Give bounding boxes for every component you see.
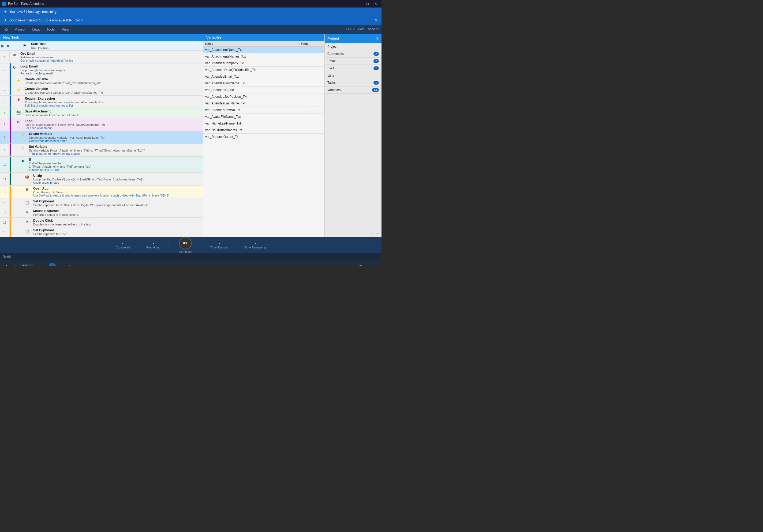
task-link-12[interactable]: Use XnView to resize & crop images and s… — [33, 194, 201, 197]
task-row-start[interactable]: ▶ ▶ Start Task Start the task. — [0, 41, 203, 50]
var-row-6[interactable]: var_AttendeeID_Txt — [203, 87, 324, 93]
var-name-10: var_AvatarFileName_Txt — [205, 115, 301, 119]
download-button[interactable]: ⬇ — [3, 264, 9, 266]
task-row-8[interactable]: 8 ⚡ Create Variable Create and overwrite… — [0, 131, 203, 144]
task-row-15[interactable]: 15 🖱 Double Click Double click the targe… — [0, 218, 203, 227]
var-row-12[interactable]: var_NoOfAttachments_Int 0 — [203, 127, 324, 133]
task-link-2[interactable]: For each matching email — [20, 72, 201, 75]
task-row-4[interactable]: 4 ⚡ Create Variable Create and overwrite… — [0, 86, 203, 96]
task-panel-header: New Task — [0, 34, 203, 41]
menu-tools[interactable]: Tools — [44, 26, 58, 33]
task-icon-4: ⚡ — [16, 88, 21, 92]
var-col-sort[interactable]: ↕ — [298, 42, 300, 45]
var-row-7[interactable]: var_AttendeeJobPosition_Txt — [203, 93, 324, 100]
var-row-10[interactable]: var_AvatarFileName_Txt — [203, 114, 324, 120]
chevron-up-button[interactable]: ⏶ — [369, 231, 375, 236]
task-icon-area-15: 🖱 — [11, 218, 32, 227]
banner-close-button[interactable]: ✕ — [375, 18, 378, 23]
task-row-7[interactable]: 7 ⟳ Loop Loop an exact number of times: … — [0, 118, 203, 131]
task-list[interactable]: ▶ ▶ Start Task Start the task. 1 — [0, 41, 203, 237]
task-link-10[interactable]: If attachment is ZIP file — [29, 168, 201, 171]
task-row-11[interactable]: 11 📦 Unzip Unzip the file: C:\Users\Luck… — [0, 173, 203, 186]
var-row-13[interactable]: var_RequestOutput_Txt — [203, 133, 324, 140]
minimize-button[interactable]: ─ — [356, 1, 363, 7]
task-row-12[interactable]: 12 🖥 Open App Open the app: XnView Use X… — [0, 186, 203, 198]
task-num-12: 12 — [0, 186, 10, 198]
task-row-2[interactable]: 2 ↻ Loop Email Loop through the email me… — [0, 63, 203, 76]
task-row-3[interactable]: 3 ⚡ Create Variable Create and overwrite… — [0, 76, 203, 86]
sidebar-item-credentials[interactable]: Credentials 2 — [325, 50, 382, 57]
var-row-8[interactable]: var_AttendeeLastName_Txt — [203, 100, 324, 107]
restore-button[interactable]: ☐ — [364, 1, 371, 7]
sidebar-item-project[interactable]: Project — [325, 43, 382, 50]
var-row-5[interactable]: var_AttendeeFirstName_Txt — [203, 80, 324, 87]
get-it-link[interactable]: Get it! — [74, 19, 83, 22]
variables-panel-header: Variables — [203, 34, 324, 41]
var-row-4[interactable]: var_AttendeeEmail_Txt — [203, 73, 324, 80]
task-link-11[interactable]: Unzip users' photos — [33, 181, 201, 184]
task-num-16: 16 — [0, 227, 10, 237]
account-link[interactable]: Account — [368, 27, 380, 31]
var-row-0[interactable]: var_AttachmentName_Txt — [203, 46, 324, 53]
var-row-2[interactable]: var_AttendeeCompany_Txt — [203, 60, 324, 67]
project-add-button[interactable]: + — [376, 35, 379, 42]
close-button[interactable]: ✕ — [372, 1, 380, 7]
menu-data[interactable]: Data — [29, 26, 43, 33]
sidebar-badge-email: 2 — [374, 59, 379, 63]
sidebar-item-excel[interactable]: Excel 1 — [325, 65, 382, 72]
free-days-banner: ★ You have 61 free days remaining. — [0, 8, 382, 16]
menu-view[interactable]: View — [58, 26, 72, 33]
sidebar-item-email[interactable]: Email 2 — [325, 57, 382, 65]
task-row-5[interactable]: 5 ✱ Regular Expression Run a regular exp… — [0, 96, 203, 109]
variables-columns: Name ↕ Value — [203, 41, 324, 46]
home-button[interactable]: ⌂ — [2, 26, 11, 33]
task-row-10[interactable]: 10 ◆ If If all of these are true then 1.… — [0, 157, 203, 173]
task-icon-9: ⚡ — [20, 145, 25, 150]
task-link-1[interactable]: Get emails containing "attendees" in tit… — [20, 59, 201, 62]
task-content-2: Loop Email Loop through the email messag… — [19, 63, 203, 76]
var-name-8: var_AttendeeLastName_Txt — [205, 102, 301, 105]
task-link-8[interactable]: Get current attachment name — [29, 139, 201, 142]
task-desc-12: Open the app: XnView — [33, 191, 201, 194]
var-row-11[interactable]: var_NameLastName_Txt — [203, 120, 324, 127]
sidebar-item-lists[interactable]: Lists — [325, 72, 382, 79]
task-content-6: Save Attachment Save attachments from th… — [23, 109, 203, 118]
task-row-6[interactable]: 6 💾 Save Attachment Save attachments fro… — [0, 109, 203, 118]
cancel-button[interactable]: ✕ — [12, 264, 18, 266]
stat-completed: - Completed — [108, 241, 138, 249]
task-icon-area-2: ↻ — [11, 63, 19, 76]
play-button[interactable]: ▶ — [49, 263, 56, 266]
task-link-5[interactable]: Split list of attachments' names to list — [25, 104, 201, 107]
task-link-9[interactable]: Trim its name, to remove empty spaces — [29, 152, 201, 155]
task-icon-area-5: ✱ — [11, 96, 23, 108]
speed-dropdown-arrow[interactable]: ▼ — [35, 265, 37, 266]
titlebar-controls[interactable]: ─ ☐ ✕ — [356, 1, 380, 7]
task-desc-9: Set the variable [%var_AttachmentName_Tx… — [29, 149, 201, 152]
task-content-10: If If all of these are true then 1. "[%v… — [27, 157, 203, 172]
sidebar-item-tasks[interactable]: Tasks 1 — [325, 79, 382, 86]
task-link-7[interactable]: For each attachment — [25, 127, 201, 130]
chevron-down-button[interactable]: ⏷ — [375, 231, 380, 236]
task-row-13[interactable]: 13 📋 Set Clipboard Set the clipboard to:… — [0, 198, 203, 208]
var-row-9[interactable]: var_AttendeeRowNo_Int 0 — [203, 107, 324, 114]
var-row-3[interactable]: var_AttendeeDataQRCodeURL_Txt — [203, 67, 324, 73]
task-row-16[interactable]: 16 📋 Set Clipboard Set the clipboard to:… — [0, 227, 203, 237]
pause-button[interactable]: ⏸ — [59, 264, 64, 266]
task-row-1[interactable]: 1 ✉ Get Email Retrieve email messages. G… — [0, 50, 203, 63]
task-name-15: Double Click — [33, 219, 201, 222]
task-row-9[interactable]: 9 ⚡ Set Variable Set the variable [%var_… — [0, 144, 203, 157]
slider-plus[interactable]: + — [376, 265, 378, 266]
variables-list[interactable]: var_AttachmentName_Txt var_AttachmentsNa… — [203, 46, 324, 237]
stat-remaining: - Remaining — [138, 241, 168, 249]
titlebar: F FoxBot - ParseAttendees ─ ☐ ✕ — [0, 0, 382, 8]
task-row-14[interactable]: 14 🖱 Mouse Sequence Perform a series of … — [0, 208, 203, 218]
help-link[interactable]: Help — [358, 27, 365, 31]
menu-project[interactable]: Project — [11, 26, 28, 33]
stop-button[interactable]: ⏹ — [67, 264, 73, 266]
task-num-4: 4 — [0, 86, 10, 95]
sidebar-item-variables[interactable]: Variables 14 — [325, 86, 382, 94]
task-num-start — [12, 41, 21, 50]
rewind-button[interactable]: ⏮ — [40, 264, 46, 266]
slider-minus[interactable]: ─ — [345, 265, 347, 266]
var-row-1[interactable]: var_AttachmentsNames_Txt — [203, 53, 324, 60]
